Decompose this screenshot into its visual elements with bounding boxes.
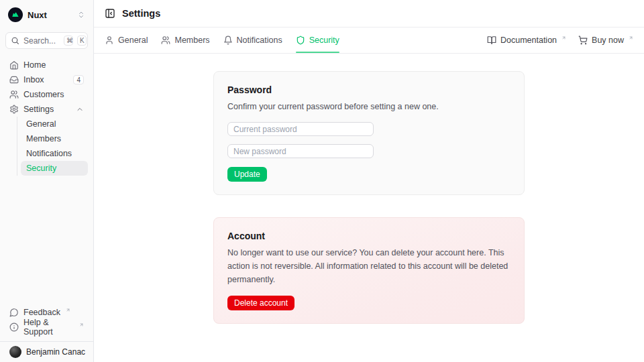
tab-label: General [118,36,148,45]
sidebar-inner: Nuxt Search... ⌘ K [0,0,93,341]
sidebar-item-notifications[interactable]: Notifications [21,146,88,161]
sidebar-item-label: Inbox [23,75,44,84]
delete-account-button[interactable]: Delete account [227,296,294,310]
kbd-k: K [77,36,87,46]
tab-label: Members [174,36,209,45]
sidebar-footer: Feedback Help & Support [5,305,88,335]
feedback-label: Feedback [23,308,60,317]
external-link-icon [79,322,84,327]
search-input[interactable]: Search... ⌘ K [5,32,88,49]
sidebar-item-members[interactable]: Members [21,131,88,146]
user-menu[interactable]: Benjamin Canac [0,341,93,362]
sidebar: Nuxt Search... ⌘ K [0,0,94,362]
inbox-count-badge: 4 [73,75,84,84]
sub-item-label: Notifications [26,149,72,158]
kbd-meta: ⌘ [64,36,73,46]
password-card-title: Password [227,84,511,95]
settings-security-content: Password Confirm your current password b… [94,54,644,362]
user-icon [105,36,114,45]
password-card: Password Confirm your current password b… [213,71,525,195]
chevron-up-icon [76,105,84,113]
shield-icon [296,36,305,45]
search-placeholder: Search... [23,36,56,46]
sidebar-item-label: Customers [23,90,64,99]
settings-tabbar: General Members Notifications Security [94,27,644,54]
current-password-input[interactable] [227,122,374,136]
page-title: Settings [122,8,160,19]
new-password-input[interactable] [227,144,374,158]
sub-item-label: Security [26,164,56,173]
sidebar-item-home[interactable]: Home [5,58,88,72]
password-card-description: Confirm your current password before set… [227,100,511,113]
sub-item-label: Members [26,134,61,143]
tab-notifications[interactable]: Notifications [223,27,282,53]
chevrons-up-down-icon [77,11,85,19]
nuxt-logo-icon [8,7,23,22]
sidebar-item-general[interactable]: General [21,117,88,131]
tab-members[interactable]: Members [161,27,209,53]
sidebar-item-settings[interactable]: Settings [5,102,88,117]
external-link-icon [629,36,633,40]
help-support-link[interactable]: Help & Support [5,320,88,335]
tab-label: Security [309,36,339,45]
sub-item-label: General [26,119,56,129]
help-support-label: Help & Support [23,318,74,337]
home-icon [9,60,19,70]
collapse-sidebar-icon[interactable] [105,8,115,19]
search-icon [11,36,19,45]
external-link-icon [561,36,566,40]
gear-icon [9,105,19,114]
settings-submenu: General Members Notifications Security [17,117,88,176]
tab-general[interactable]: General [105,27,148,53]
user-name: Benjamin Canac [26,347,85,357]
inbox-icon [9,75,19,84]
workspace-name: Nuxt [28,10,47,20]
app-root: Nuxt Search... ⌘ K [0,0,644,362]
workspace-switcher[interactable]: Nuxt [5,6,88,23]
account-card-title: Account [227,231,511,241]
sidebar-nav: Home Inbox 4 Customers [5,58,88,176]
tab-security[interactable]: Security [296,27,339,53]
documentation-link[interactable]: Documentation [487,36,566,45]
account-card-description: No longer want to use our service? You c… [227,246,511,286]
buy-now-label: Buy now [592,36,624,45]
info-circle-icon [9,322,19,332]
main-header: Settings [94,0,644,27]
update-password-button[interactable]: Update [227,167,267,182]
sidebar-item-inbox[interactable]: Inbox 4 [5,72,88,87]
main-area: Settings General Members Notifications [94,0,644,362]
avatar [9,346,21,358]
documentation-label: Documentation [500,36,557,45]
external-link-icon [66,308,70,312]
shopping-cart-icon [578,36,588,45]
users-icon [161,36,170,45]
bell-icon [223,36,233,45]
header-actions: Documentation Buy now [487,27,633,53]
sidebar-item-customers[interactable]: Customers [5,87,88,102]
message-circle-icon [9,308,19,317]
sidebar-item-label: Home [23,60,46,70]
sidebar-item-label: Settings [23,105,54,114]
book-open-icon [487,36,496,45]
users-icon [9,90,19,99]
tab-label: Notifications [237,36,282,45]
buy-now-link[interactable]: Buy now [578,36,633,45]
sidebar-item-security[interactable]: Security [21,161,88,176]
account-card: Account No longer want to use our servic… [213,217,525,324]
